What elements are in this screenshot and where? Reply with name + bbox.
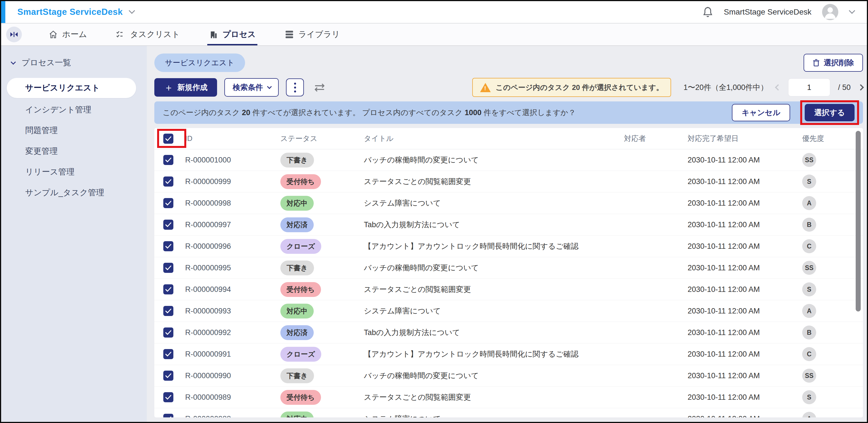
trash-icon xyxy=(812,59,820,67)
sidebar-collapse-button[interactable] xyxy=(6,27,22,42)
sidebar-item-incident[interactable]: インシデント管理 xyxy=(1,100,147,120)
table-row: R-000000990 下書き バッチの稼働時間の変更について 2030-10-… xyxy=(154,365,863,387)
status-pill: 対応中 xyxy=(280,304,314,319)
task-title[interactable]: バッチの稼働時間の変更について xyxy=(364,155,624,165)
user-menu-button[interactable] xyxy=(849,9,854,15)
task-id: R-000000989 xyxy=(185,393,280,402)
page-total: / 50 xyxy=(838,83,850,92)
task-id: R-000000999 xyxy=(185,177,280,186)
sidebar-item-release[interactable]: リリース管理 xyxy=(1,162,147,182)
task-id: R-000000991 xyxy=(185,350,280,359)
priority-badge: A xyxy=(802,196,816,210)
search-conditions-button[interactable]: 検索条件 xyxy=(224,78,279,97)
row-checkbox[interactable] xyxy=(163,349,174,359)
avatar[interactable] xyxy=(822,4,838,20)
column-header-status: ステータス xyxy=(280,133,364,144)
select-all-checkbox[interactable] xyxy=(163,133,174,144)
sidebar-item-change[interactable]: 変更管理 xyxy=(1,141,147,161)
task-id: R-000000992 xyxy=(185,328,280,337)
prev-page-button[interactable] xyxy=(775,84,781,91)
new-task-button[interactable]: ＋ 新規作成 xyxy=(154,78,217,97)
row-checkbox[interactable] xyxy=(163,241,174,251)
row-checkbox[interactable] xyxy=(163,414,174,417)
row-checkbox[interactable] xyxy=(163,306,174,316)
tab-tasklist[interactable]: タスクリスト xyxy=(116,24,180,46)
task-title[interactable]: Tabの入力規制方法について xyxy=(364,328,624,338)
app-switcher-button[interactable] xyxy=(129,9,133,15)
priority-badge: A xyxy=(802,304,816,318)
sidebar-item-problem[interactable]: 問題管理 xyxy=(1,120,147,141)
cancel-button[interactable]: キャンセル xyxy=(732,104,790,121)
table-header-row: ID ステータス タイトル 対応者 対応完了希望日 優先度 xyxy=(154,128,863,149)
status-pill: クローズ xyxy=(280,347,321,362)
nav-bar: ホーム タスクリスト プロセス xyxy=(1,24,867,46)
row-checkbox[interactable] xyxy=(163,220,174,230)
row-checkbox[interactable] xyxy=(163,263,174,273)
task-title[interactable]: 【アカウント】アカウントロック時間長時間化に関するご確認 xyxy=(364,349,624,359)
row-checkbox[interactable] xyxy=(163,328,174,338)
row-checkbox[interactable] xyxy=(163,155,174,165)
status-pill: 受付待ち xyxy=(280,282,321,297)
vertical-scrollbar[interactable] xyxy=(856,131,861,311)
task-due-date: 2030-10-11 12:00 AM xyxy=(688,328,802,337)
task-title[interactable]: バッチの稼働時間の変更について xyxy=(364,371,624,381)
swap-arrows-icon[interactable] xyxy=(313,82,326,92)
column-header-due-date: 対応完了希望日 xyxy=(688,133,802,144)
row-checkbox[interactable] xyxy=(163,198,174,208)
tab-home[interactable]: ホーム xyxy=(49,24,87,46)
status-pill: 下書き xyxy=(280,368,314,383)
warning-icon: ! xyxy=(480,83,491,92)
sidebar-item-sample-task[interactable]: サンプル_タスク管理 xyxy=(1,183,147,203)
priority-badge: S xyxy=(802,282,816,296)
row-checkbox[interactable] xyxy=(163,371,174,381)
status-pill: 下書き xyxy=(280,153,314,168)
task-id: R-000000998 xyxy=(185,199,280,208)
column-header-priority: 優先度 xyxy=(802,133,863,144)
app-title: SmartStage ServiceDesk xyxy=(18,7,123,17)
sidebar-item-service-request[interactable]: サービスリクエスト xyxy=(7,78,136,98)
task-title[interactable]: システム障害について xyxy=(364,414,624,417)
task-id: R-000000990 xyxy=(185,371,280,380)
process-sidebar: プロセス一覧 サービスリクエスト インシデント管理 問題管理 変更管理 リリース… xyxy=(1,46,147,422)
task-id: R-000000997 xyxy=(185,220,280,229)
column-header-id: ID xyxy=(185,134,280,143)
task-due-date: 2030-10-11 12:00 AM xyxy=(688,307,802,315)
account-name: SmartStage ServiceDesk xyxy=(724,7,811,17)
notification-bell-icon[interactable] xyxy=(703,6,713,18)
task-title[interactable]: バッチの稼働時間の変更について xyxy=(364,263,624,273)
status-pill: 受付待ち xyxy=(280,390,321,405)
priority-badge: S xyxy=(802,390,816,404)
task-title[interactable]: 【アカウント】アカウントロック時間長時間化に関するご確認 xyxy=(364,241,624,251)
priority-badge: B xyxy=(802,326,816,339)
select-all-confirm-button[interactable]: 選択する xyxy=(805,104,855,121)
sidebar-group-process-list[interactable]: プロセス一覧 xyxy=(1,57,147,68)
delete-selected-button[interactable]: 選択削除 xyxy=(804,54,863,72)
table-row: R-000000996 クローズ 【アカウント】アカウントロック時間長時間化に関… xyxy=(154,236,863,257)
task-title[interactable]: ステータスごとの閲覧範囲変更 xyxy=(364,392,624,402)
task-title[interactable]: ステータスごとの閲覧範囲変更 xyxy=(364,284,624,295)
process-icon xyxy=(209,30,218,39)
table-body: R-000001000 下書き バッチの稼働時間の変更について 2030-10-… xyxy=(154,149,863,417)
priority-badge: SS xyxy=(802,369,816,383)
task-due-date: 2030-10-11 12:00 AM xyxy=(688,393,802,402)
page-number-input[interactable] xyxy=(788,79,830,96)
more-actions-button[interactable] xyxy=(286,79,304,96)
row-checkbox[interactable] xyxy=(163,284,174,295)
task-title[interactable]: システム障害について xyxy=(364,198,624,208)
tab-library[interactable]: ライブラリ xyxy=(285,24,340,46)
task-title[interactable]: システム障害について xyxy=(364,306,624,316)
row-checkbox[interactable] xyxy=(163,392,174,402)
tab-process[interactable]: プロセス xyxy=(209,24,256,46)
task-title[interactable]: Tabの入力規制方法について xyxy=(364,220,624,230)
library-icon xyxy=(285,30,294,39)
row-checkbox[interactable] xyxy=(163,177,174,187)
task-title[interactable]: ステータスごとの閲覧範囲変更 xyxy=(364,177,624,187)
task-id: R-000000993 xyxy=(185,307,280,315)
pagination: 1〜20件（全1,000件中） / 50 xyxy=(683,79,863,96)
task-due-date: 2030-10-11 12:00 AM xyxy=(688,220,802,229)
status-pill: クローズ xyxy=(280,239,321,254)
status-pill: 対応中 xyxy=(280,412,314,418)
chevron-down-icon xyxy=(11,59,16,64)
next-page-button[interactable] xyxy=(858,84,864,91)
plus-icon: ＋ xyxy=(164,83,174,92)
